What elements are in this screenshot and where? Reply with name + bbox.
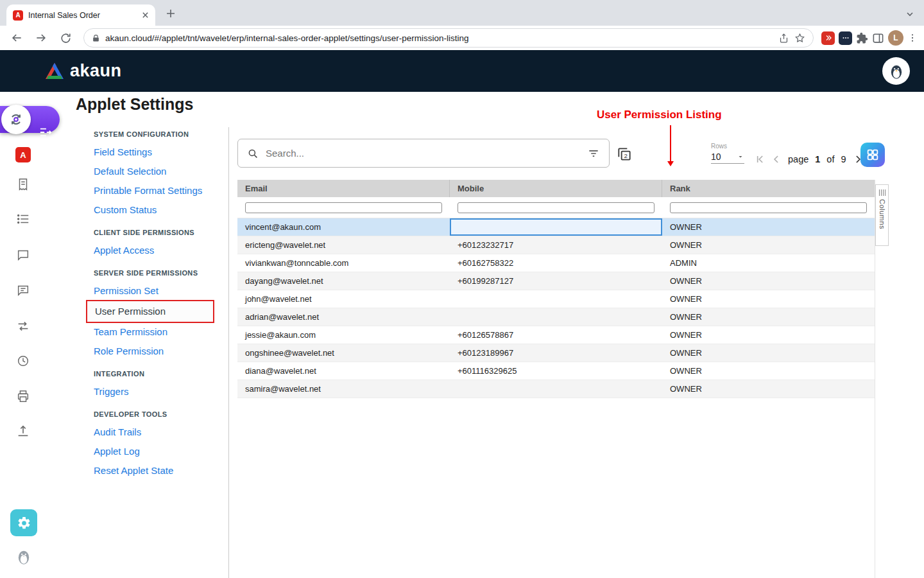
- table-row[interactable]: viviankwan@tonncable.com +60162758322 AD…: [237, 254, 875, 272]
- filter-icon[interactable]: [587, 147, 600, 160]
- table-row[interactable]: samira@wavelet.net OWNER: [237, 380, 875, 398]
- nav-item-default-selection[interactable]: Default Selection: [94, 166, 230, 177]
- browser-tab[interactable]: A Internal Sales Order: [6, 4, 155, 26]
- nav-item-applet-access[interactable]: Applet Access: [94, 245, 230, 256]
- reload-icon[interactable]: [55, 28, 76, 48]
- rows-select[interactable]: 10: [711, 152, 744, 164]
- cell-mobile[interactable]: +60126578867: [450, 326, 662, 344]
- upload-icon[interactable]: [14, 422, 32, 440]
- table-row[interactable]: ongshinee@wavelet.net +60123189967 OWNER: [237, 344, 875, 362]
- cell-mobile[interactable]: +60123189967: [450, 344, 662, 362]
- swap-arrows-icon[interactable]: [14, 317, 32, 335]
- cell-email[interactable]: viviankwan@tonncable.com: [237, 254, 450, 272]
- search-input[interactable]: [264, 147, 581, 159]
- mobile-filter-input[interactable]: [458, 202, 654, 213]
- column-header-email[interactable]: Email: [237, 180, 450, 197]
- nav-item-audit-trails[interactable]: Audit Trails: [94, 427, 230, 437]
- feedback-chat-icon[interactable]: [14, 281, 32, 299]
- table-row[interactable]: ericteng@wavelet.net +60123232717 OWNER: [237, 236, 875, 254]
- table-row[interactable]: adrian@wavelet.net OWNER: [237, 308, 875, 326]
- nav-item-permission-set[interactable]: Permission Set: [94, 286, 230, 296]
- settings-gear-button[interactable]: [10, 509, 37, 536]
- column-header-rank[interactable]: Rank: [662, 180, 875, 197]
- cell-mobile[interactable]: [450, 380, 662, 398]
- share-icon[interactable]: [778, 33, 789, 44]
- email-filter-input[interactable]: [245, 202, 442, 213]
- forward-icon[interactable]: [31, 28, 51, 48]
- address-bar[interactable]: akaun.cloud/#/applet/tnt/wavelet/erp/int…: [83, 28, 814, 48]
- first-page-button[interactable]: [753, 152, 767, 166]
- nav-item-team-permission[interactable]: Team Permission: [94, 327, 230, 337]
- cell-email[interactable]: vincent@akaun.com: [237, 218, 450, 236]
- brand-logo[interactable]: akaun: [45, 61, 122, 81]
- tab-close-icon[interactable]: [142, 12, 149, 19]
- side-panel-icon[interactable]: [872, 32, 884, 44]
- cell-email[interactable]: adrian@wavelet.net: [237, 308, 450, 326]
- nav-item-printable-format-settings[interactable]: Printable Format Settings: [94, 186, 230, 196]
- nav-item-applet-log[interactable]: Applet Log: [94, 446, 230, 457]
- cell-rank[interactable]: OWNER: [662, 236, 875, 254]
- back-icon[interactable]: [6, 28, 27, 48]
- profile-avatar[interactable]: L: [888, 30, 903, 46]
- tab-search-chevron-icon[interactable]: [903, 8, 916, 21]
- invoice-icon[interactable]: [14, 175, 32, 193]
- cell-rank[interactable]: OWNER: [662, 380, 875, 398]
- cell-rank[interactable]: OWNER: [662, 290, 875, 308]
- cell-mobile[interactable]: [450, 308, 662, 326]
- view-switcher-button[interactable]: [860, 143, 885, 167]
- table-row[interactable]: john@wavelet.net OWNER: [237, 290, 875, 308]
- user-avatar[interactable]: [882, 57, 910, 85]
- table-row[interactable]: jessie@akaun.com +60126578867 OWNER: [237, 326, 875, 344]
- cell-email[interactable]: ericteng@wavelet.net: [237, 236, 450, 254]
- bookmark-star-icon[interactable]: [794, 33, 805, 44]
- cell-rank[interactable]: OWNER: [662, 326, 875, 344]
- new-tab-button[interactable]: [163, 6, 178, 21]
- cell-rank[interactable]: OWNER: [662, 308, 875, 326]
- cell-rank[interactable]: OWNER: [662, 362, 875, 380]
- extension-dark-icon[interactable]: [839, 31, 852, 45]
- cell-mobile[interactable]: +60162758322: [450, 254, 662, 272]
- cell-email[interactable]: samira@wavelet.net: [237, 380, 450, 398]
- cell-mobile[interactable]: [450, 290, 662, 308]
- nav-item-field-settings[interactable]: Field Settings: [94, 147, 230, 157]
- cell-email[interactable]: jessie@akaun.com: [237, 326, 450, 344]
- transfer-widget-button[interactable]: [1, 105, 31, 134]
- cell-rank[interactable]: OWNER: [662, 218, 875, 236]
- cell-rank[interactable]: OWNER: [662, 272, 875, 290]
- nav-item-custom-status[interactable]: Custom Status: [94, 205, 230, 215]
- nav-item-user-permission[interactable]: User Permission: [86, 300, 214, 323]
- column-header-mobile[interactable]: Mobile: [450, 180, 662, 197]
- duplicate-view-icon[interactable]: 2: [616, 146, 633, 162]
- cell-mobile[interactable]: +60123232717: [450, 236, 662, 254]
- nav-item-role-permission[interactable]: Role Permission: [94, 346, 230, 356]
- kebab-menu-icon[interactable]: [907, 33, 918, 43]
- extensions-puzzle-icon[interactable]: [856, 32, 868, 44]
- chat-icon[interactable]: [14, 246, 32, 264]
- open-drawer-icon[interactable]: [38, 127, 53, 138]
- printer-icon[interactable]: [14, 387, 32, 405]
- cell-email[interactable]: diana@wavelet.net: [237, 362, 450, 380]
- cell-email[interactable]: ongshinee@wavelet.net: [237, 344, 450, 362]
- cell-email[interactable]: dayang@wavelet.net: [237, 272, 450, 290]
- table-row[interactable]: vincent@akaun.com OWNER: [237, 218, 875, 236]
- table-row[interactable]: diana@wavelet.net +601116329625 OWNER: [237, 362, 875, 380]
- extension-red-icon[interactable]: [821, 31, 835, 45]
- cell-email[interactable]: john@wavelet.net: [237, 290, 450, 308]
- rows-per-page: Rows 10: [711, 143, 744, 164]
- user-permission-table: Email Mobile Rank vincent@akaun.com OWNE…: [237, 180, 875, 578]
- columns-panel-tab[interactable]: Columns: [875, 184, 889, 246]
- cell-rank[interactable]: OWNER: [662, 344, 875, 362]
- nav-item-reset-applet-state[interactable]: Reset Applet State: [94, 466, 230, 476]
- list-icon[interactable]: [14, 210, 32, 228]
- rank-filter-input[interactable]: [670, 202, 867, 213]
- cell-mobile-selected[interactable]: [450, 218, 662, 236]
- prev-page-button[interactable]: [769, 152, 783, 166]
- nav-item-triggers[interactable]: Triggers: [94, 387, 230, 397]
- history-clock-icon[interactable]: [14, 352, 32, 370]
- cell-rank[interactable]: ADMIN: [662, 254, 875, 272]
- table-row[interactable]: dayang@wavelet.net +60199287127 OWNER: [237, 272, 875, 290]
- support-penguin-button[interactable]: [15, 548, 33, 566]
- cell-mobile[interactable]: +601116329625: [450, 362, 662, 380]
- cell-mobile[interactable]: +60199287127: [450, 272, 662, 290]
- pdf-tool-icon[interactable]: A: [14, 146, 32, 164]
